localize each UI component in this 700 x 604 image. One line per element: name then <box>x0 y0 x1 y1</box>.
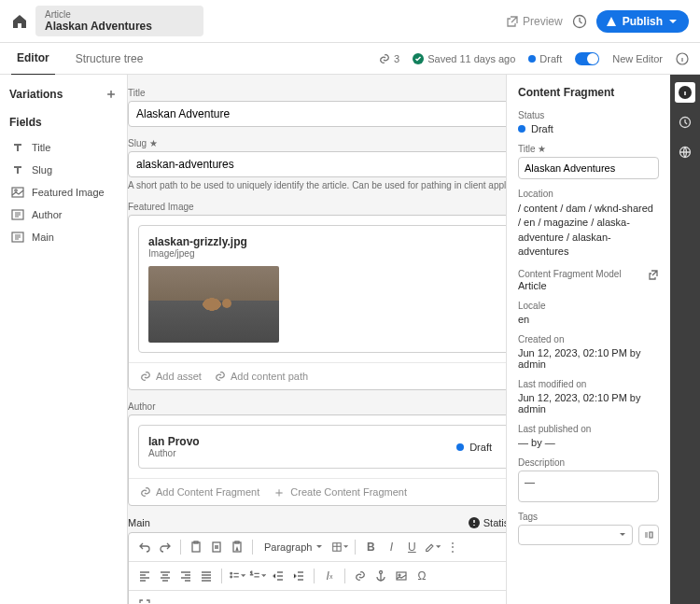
panel-heading: Content Fragment <box>518 86 659 99</box>
fields-heading: Fields <box>9 116 118 129</box>
italic-icon[interactable]: I <box>383 539 399 555</box>
preview-button[interactable]: Preview <box>506 15 563 28</box>
right-rail <box>670 75 700 604</box>
new-editor-label: New Editor <box>612 53 663 64</box>
author-name: Ian Provo <box>148 435 200 448</box>
svg-point-20 <box>380 571 383 574</box>
modified-value: Jun 12, 2023, 02:10 PM by admin <box>518 392 659 414</box>
featured-label: Featured Image <box>128 202 194 212</box>
title-input[interactable] <box>128 101 506 127</box>
table-icon[interactable] <box>331 539 348 555</box>
breadcrumb[interactable]: Article Alaskan Adventures <box>35 6 203 36</box>
featured-image-card: alaskan-grizzly.jpg Image/jpeg Draft <box>128 215 506 390</box>
field-item-main[interactable]: Main <box>9 226 118 248</box>
main-label: Main <box>128 517 150 528</box>
locale-value: en <box>518 314 659 325</box>
breadcrumb-title: Alaskan Adventures <box>45 20 194 33</box>
highlight-icon[interactable] <box>424 539 441 555</box>
add-asset-button[interactable]: Add asset <box>140 371 202 382</box>
author-label: Author <box>128 401 155 412</box>
new-editor-toggle[interactable] <box>575 52 599 65</box>
location-value: / content / dam / wknd-shared / en / mag… <box>518 202 659 260</box>
references-count[interactable]: 3 <box>379 53 399 64</box>
slug-input[interactable] <box>128 151 506 177</box>
more-icon[interactable]: ⋮ <box>444 539 461 555</box>
align-center-icon[interactable] <box>157 568 174 584</box>
statistics-button[interactable]: Statistics <box>469 517 506 528</box>
draft-status: Draft <box>528 53 562 64</box>
properties-panel: Content Fragment Status Draft Title ★ Lo… <box>506 75 670 604</box>
home-icon[interactable] <box>11 13 28 30</box>
author-status: Draft <box>456 442 492 453</box>
underline-icon[interactable]: U <box>403 539 420 555</box>
field-item-author[interactable]: Author <box>9 204 118 226</box>
panel-title-input[interactable] <box>518 157 659 179</box>
publish-button[interactable]: Publish <box>596 10 689 33</box>
published-value: — by — <box>518 437 659 448</box>
add-variation-button[interactable]: ＋ <box>105 86 118 103</box>
tab-structure-tree[interactable]: Structure tree <box>70 43 149 75</box>
paste-text-icon[interactable] <box>208 539 225 555</box>
tags-select[interactable] <box>518 525 633 545</box>
svg-rect-13 <box>213 542 220 552</box>
author-role: Author <box>148 448 200 458</box>
tab-editor[interactable]: Editor <box>11 42 55 76</box>
info-icon[interactable] <box>676 52 689 65</box>
fullscreen-icon[interactable] <box>136 597 153 604</box>
undo-icon[interactable] <box>136 539 153 555</box>
link-icon[interactable] <box>352 568 369 584</box>
image-icon[interactable] <box>393 568 410 584</box>
status-value: Draft <box>531 123 553 134</box>
left-panel: Variations ＋ Fields Title Slug Featured … <box>0 75 128 604</box>
svg-point-22 <box>399 574 400 576</box>
description-input[interactable]: — <box>518 471 659 502</box>
save-status: Saved 11 days ago <box>413 53 515 64</box>
breadcrumb-type: Article <box>45 9 194 20</box>
open-model-icon[interactable] <box>648 269 659 280</box>
create-content-fragment-button[interactable]: ＋ Create Content Fragment <box>273 486 407 498</box>
paste-icon[interactable] <box>188 539 204 555</box>
align-right-icon[interactable] <box>177 568 194 584</box>
svg-point-17 <box>231 572 232 574</box>
asset-mime: Image/jpeg <box>148 248 247 259</box>
outdent-icon[interactable] <box>270 568 287 584</box>
tags-browse-button[interactable] <box>638 525 659 545</box>
rail-globe-icon[interactable] <box>675 142 695 162</box>
anchor-icon[interactable] <box>372 568 389 584</box>
slug-label: Slug ★ <box>128 138 158 148</box>
svg-point-4 <box>15 190 17 191</box>
asset-thumbnail[interactable] <box>148 266 279 343</box>
slug-hint: A short path to be used to uniquely iden… <box>128 180 506 190</box>
number-list-icon[interactable]: 1 <box>249 568 266 584</box>
paragraph-select[interactable]: Paragraph <box>259 539 328 555</box>
rich-text-editor: Paragraph B I U ⋮ <box>128 532 506 604</box>
rail-history-icon[interactable] <box>675 112 695 133</box>
created-value: Jun 12, 2023, 02:10 PM by admin <box>518 347 659 370</box>
model-value: Article <box>518 280 659 291</box>
title-label: Title <box>128 88 146 98</box>
asset-filename: alaskan-grizzly.jpg <box>148 235 247 248</box>
clock-icon[interactable] <box>572 14 587 29</box>
clear-format-icon[interactable]: Ix <box>321 568 338 584</box>
field-item-title[interactable]: Title <box>9 136 118 159</box>
rail-properties-icon[interactable] <box>675 82 695 103</box>
align-justify-icon[interactable] <box>198 568 215 584</box>
field-item-featured-image[interactable]: Featured Image <box>9 181 118 204</box>
svg-text:1: 1 <box>250 570 253 576</box>
author-card: Ian Provo Author Draft <box>128 414 506 506</box>
add-content-path-button[interactable]: Add content path <box>215 371 308 382</box>
indent-icon[interactable] <box>290 568 307 584</box>
svg-point-18 <box>231 576 232 578</box>
paste-word-icon[interactable] <box>229 539 245 555</box>
align-left-icon[interactable] <box>136 568 153 584</box>
special-char-icon[interactable]: Ω <box>413 568 430 584</box>
bold-icon[interactable]: B <box>362 539 379 555</box>
field-item-slug[interactable]: Slug <box>9 159 118 181</box>
bullet-list-icon[interactable] <box>229 568 245 584</box>
status-dot-icon <box>528 55 536 63</box>
add-content-fragment-button[interactable]: Add Content Fragment <box>140 486 259 498</box>
editor-canvas: Title 17/255 characters Slug ★ 18/255 ch… <box>128 75 506 604</box>
redo-icon[interactable] <box>157 539 174 555</box>
variations-heading: Variations <box>9 88 63 101</box>
